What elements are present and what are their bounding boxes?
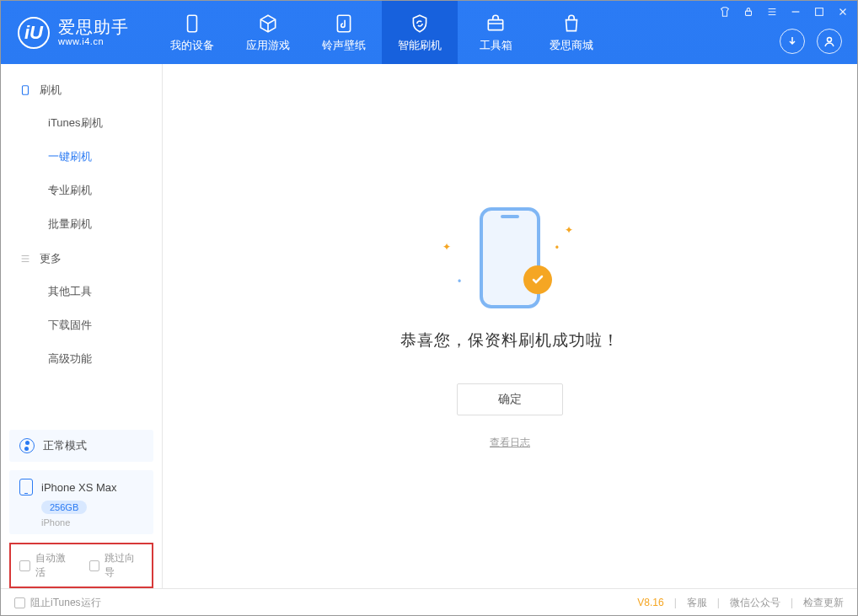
tab-ringtones[interactable]: 铃声壁纸	[306, 1, 382, 64]
view-log-link[interactable]: 查看日志	[490, 436, 530, 450]
sparkle-icon: ✦	[442, 241, 451, 253]
logo: iU 爱思助手 www.i4.cn	[1, 17, 146, 49]
list-icon	[19, 253, 31, 265]
device-name: iPhone XS Max	[41, 481, 117, 494]
tab-label: 工具箱	[480, 38, 512, 53]
svg-rect-6	[23, 86, 29, 95]
refresh-shield-icon	[409, 13, 431, 35]
device-storage-badge: 256GB	[41, 501, 87, 514]
check-badge-icon	[523, 265, 552, 294]
tab-label: 铃声壁纸	[322, 38, 366, 53]
sidebar-item-oneclick-flash[interactable]: 一键刷机	[1, 140, 162, 174]
tab-my-device[interactable]: 我的设备	[154, 1, 230, 64]
sparkle-icon: •	[458, 276, 461, 287]
phone-small-icon	[19, 84, 31, 96]
svg-rect-2	[488, 19, 502, 29]
status-label: 正常模式	[43, 438, 87, 453]
sidebar-group-more: 更多	[1, 241, 162, 275]
main-tabs: 我的设备 应用游戏 铃声壁纸 智能刷机 工具箱 爱思商城	[154, 1, 609, 64]
checkbox-icon	[19, 560, 30, 571]
device-card[interactable]: iPhone XS Max 256GB iPhone	[9, 470, 153, 534]
app-name: 爱思助手	[58, 18, 129, 36]
device-type: iPhone	[41, 517, 143, 528]
close-icon[interactable]	[837, 6, 849, 18]
tab-store[interactable]: 爱思商城	[534, 1, 609, 64]
sparkle-icon: ✦	[565, 224, 573, 236]
device-phone-icon	[19, 479, 33, 495]
tab-label: 智能刷机	[398, 38, 442, 53]
svg-point-5	[828, 38, 832, 42]
window-controls	[719, 6, 849, 18]
menu-icon[interactable]	[766, 6, 778, 18]
mode-status-card[interactable]: 正常模式	[9, 430, 153, 462]
tab-toolbox[interactable]: 工具箱	[458, 1, 534, 64]
shirt-icon[interactable]	[719, 6, 731, 18]
sidebar-item-pro-flash[interactable]: 专业刷机	[1, 174, 162, 207]
app-header: iU 爱思助手 www.i4.cn 我的设备 应用游戏 铃声壁纸 智能刷机 工具…	[1, 1, 857, 64]
checkbox-block-itunes[interactable]: 阻止iTunes运行	[14, 596, 101, 610]
checkbox-skip-guide[interactable]: 跳过向导	[89, 551, 144, 580]
sidebar-item-itunes-flash[interactable]: iTunes刷机	[1, 106, 162, 140]
svg-rect-3	[746, 11, 752, 15]
minimize-icon[interactable]	[790, 6, 802, 18]
music-file-icon	[333, 13, 355, 35]
sidebar-item-download-firmware[interactable]: 下载固件	[1, 308, 162, 342]
ok-button[interactable]: 确定	[457, 383, 563, 415]
cube-icon	[257, 13, 279, 35]
footer-link-support[interactable]: 客服	[687, 596, 707, 610]
checkbox-auto-activate[interactable]: 自动激活	[19, 551, 74, 580]
success-illustration: ✦ ✦ • •	[442, 203, 577, 313]
phone-icon	[181, 13, 203, 35]
svg-rect-4	[816, 8, 823, 16]
svg-rect-1	[337, 15, 350, 32]
sidebar-item-batch-flash[interactable]: 批量刷机	[1, 207, 162, 241]
tab-label: 爱思商城	[550, 38, 593, 53]
checkbox-icon	[89, 560, 100, 571]
sidebar-item-other-tools[interactable]: 其他工具	[1, 275, 162, 308]
options-highlight-box: 自动激活 跳过向导	[9, 543, 153, 588]
footer-link-update[interactable]: 检查更新	[803, 596, 844, 610]
success-message: 恭喜您，保资料刷机成功啦！	[400, 329, 619, 351]
sidebar-item-advanced[interactable]: 高级功能	[1, 342, 162, 376]
version-label: V8.16	[637, 597, 663, 608]
bag-icon	[560, 13, 582, 35]
logo-icon: iU	[18, 17, 50, 49]
status-bar: 阻止iTunes运行 V8.16 | 客服 | 微信公众号 | 检查更新	[1, 588, 857, 616]
lock-icon[interactable]	[743, 6, 754, 18]
tab-label: 应用游戏	[246, 38, 290, 53]
header-actions	[780, 29, 842, 54]
main-content: ✦ ✦ • • 恭喜您，保资料刷机成功啦！ 确定 查看日志	[163, 64, 857, 588]
download-button[interactable]	[780, 29, 805, 54]
sidebar: 刷机 iTunes刷机 一键刷机 专业刷机 批量刷机 更多 其他工具 下载固件 …	[1, 64, 163, 588]
tab-smart-flash[interactable]: 智能刷机	[382, 1, 458, 64]
user-button[interactable]	[817, 29, 842, 54]
tab-label: 我的设备	[170, 38, 214, 53]
sparkle-icon: •	[555, 242, 559, 254]
toolbox-icon	[485, 13, 507, 35]
app-url: www.i4.cn	[58, 36, 129, 46]
footer-link-wechat[interactable]: 微信公众号	[730, 596, 780, 610]
tab-apps-games[interactable]: 应用游戏	[230, 1, 306, 64]
status-icon	[19, 438, 35, 453]
sidebar-group-flash: 刷机	[1, 72, 162, 106]
svg-rect-0	[188, 15, 197, 32]
maximize-icon[interactable]	[813, 6, 825, 18]
checkbox-icon	[14, 597, 25, 608]
